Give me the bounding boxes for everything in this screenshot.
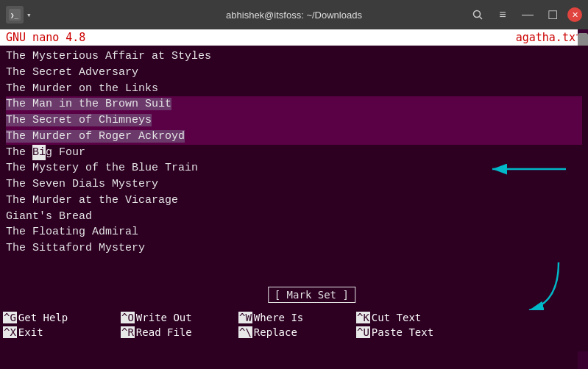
label-read-file: Read File: [136, 326, 192, 338]
terminal-icon: ❯_: [6, 6, 24, 24]
line-1: The Mysterious Affair at Styles: [6, 49, 582, 65]
footer-item-write-out: ^O Write Out: [118, 312, 235, 323]
titlebar-dropdown-chevron[interactable]: ▾: [26, 10, 32, 20]
svg-point-2: [474, 11, 481, 18]
key-ctrl-x: ^X: [3, 326, 17, 338]
line-11: Giant's Bread: [6, 209, 582, 225]
line-12: The Floating Admiral: [6, 224, 582, 240]
svg-line-3: [480, 17, 483, 20]
key-ctrl-o: ^O: [121, 312, 135, 323]
footer-item-where-is: ^W Where Is: [235, 312, 353, 323]
text-cursor: Bi: [32, 145, 46, 161]
close-button[interactable]: ✕: [567, 7, 582, 22]
titlebar-controls: ≡ — ☐ ✕: [467, 4, 582, 25]
titlebar-left: ❯_ ▾: [6, 6, 32, 24]
line-10: The Murder at the Vicarage: [6, 193, 582, 209]
annotation-arrow-1: [485, 154, 573, 187]
line-2: The Secret Adversary: [6, 65, 582, 81]
label-exit: Exit: [18, 326, 43, 338]
footer-item-cut-text: ^K Cut Text: [353, 312, 471, 323]
footer-row-2: ^X Exit ^R Read File ^\ Replace ^U Paste…: [0, 325, 588, 340]
key-ctrl-u: ^U: [356, 326, 370, 338]
search-button[interactable]: [467, 4, 488, 25]
footer-item-paste-text: ^U Paste Text: [353, 326, 471, 338]
nano-header: GNU nano 4.8 agatha.txt: [0, 29, 588, 46]
label-where-is: Where Is: [254, 312, 303, 323]
key-ctrl-g: ^G: [3, 312, 17, 323]
label-write-out: Write Out: [136, 312, 192, 323]
label-replace: Replace: [254, 326, 297, 338]
svg-text:❯_: ❯_: [10, 12, 18, 19]
key-ctrl-k: ^K: [356, 312, 370, 323]
line-6: The Murder of Roger Ackroyd: [6, 129, 582, 145]
line-4: The Man in the Brown Suit: [6, 96, 582, 112]
footer-item-get-help: ^G Get Help: [0, 312, 118, 323]
titlebar: ❯_ ▾ abhishek@itsfoss: ~/Downloads ≡ — ☐…: [0, 0, 588, 29]
key-ctrl-backslash: ^\: [238, 326, 252, 338]
key-ctrl-r: ^R: [121, 326, 135, 338]
editor-area[interactable]: The Mysterious Affair at Styles The Secr…: [0, 46, 588, 310]
line-5: The Secret of Chimneys: [6, 112, 582, 129]
line-3: The Murder on the Links: [6, 81, 582, 97]
footer-item-read-file: ^R Read File: [118, 326, 235, 338]
nano-version-label: GNU nano 4.8: [6, 31, 85, 44]
titlebar-title: abhishek@itsfoss: ~/Downloads: [226, 10, 362, 21]
key-ctrl-w: ^W: [238, 312, 252, 323]
footer-item-replace: ^\ Replace: [235, 326, 353, 338]
nano-filename-label: agatha.txt: [516, 31, 582, 44]
mark-set-tooltip: [ Mark Set ]: [268, 287, 355, 303]
label-get-help: Get Help: [18, 312, 68, 323]
line-13: The Sittaford Mystery: [6, 240, 582, 257]
minimize-button[interactable]: —: [517, 4, 538, 25]
footer: ^G Get Help ^O Write Out ^W Where Is ^K …: [0, 310, 588, 351]
footer-row-1: ^G Get Help ^O Write Out ^W Where Is ^K …: [0, 310, 588, 325]
menu-button[interactable]: ≡: [492, 4, 513, 25]
label-paste-text: Paste Text: [372, 326, 433, 338]
maximize-button[interactable]: ☐: [542, 4, 563, 25]
footer-item-exit: ^X Exit: [0, 326, 118, 338]
label-cut-text: Cut Text: [372, 312, 421, 323]
annotation-arrow-2: [514, 259, 573, 310]
